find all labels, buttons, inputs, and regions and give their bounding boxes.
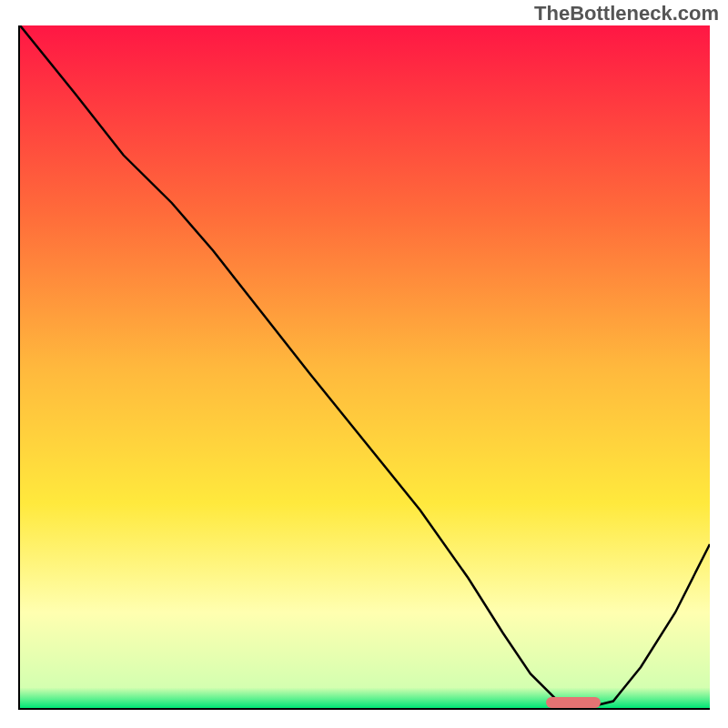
bottleneck-curve	[20, 25, 710, 708]
optimal-range-marker	[546, 697, 602, 708]
watermark-text: TheBottleneck.com	[534, 2, 719, 25]
chart-plot-area	[18, 25, 710, 710]
